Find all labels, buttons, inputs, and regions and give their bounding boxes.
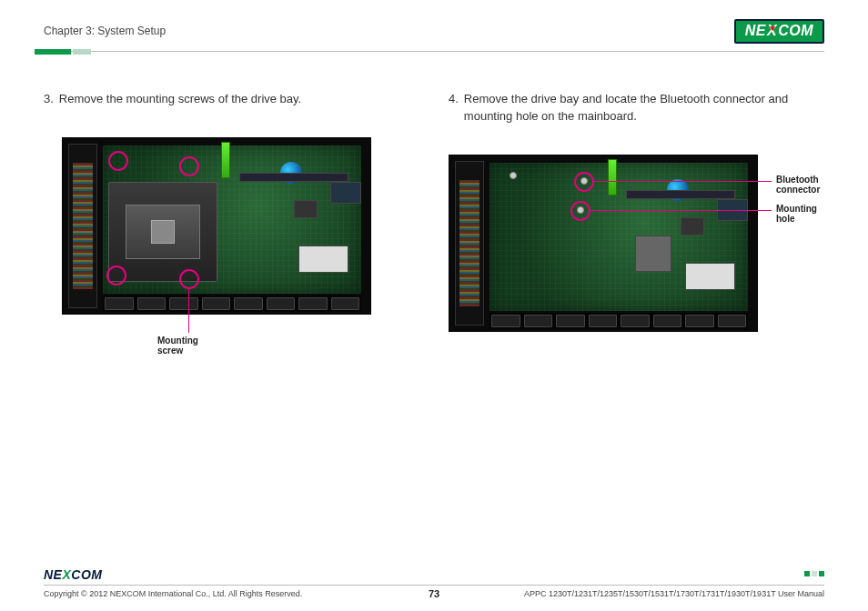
label-bluetooth-connector: Bluetooth connector [776,175,820,195]
board-photo-1 [62,137,371,315]
logo-text-com: COM [778,23,813,39]
board-photo-2 [449,155,758,332]
step-4-text: 4. Remove the drive bay and locate the B… [449,91,824,125]
figure-step-4: Bluetooth connector Mounting hole [449,155,824,332]
footer-corner-ornament [804,571,824,576]
nexcom-logo-small: NEXCOM [44,567,102,582]
page-footer: NEXCOM Copyright © 2012 NEXCOM Internati… [44,585,824,598]
footer-copyright: Copyright © 2012 NEXCOM International Co… [44,589,302,598]
footer-manual-id: APPC 1230T/1231T/1235T/1530T/1531T/1730T… [524,589,824,598]
step-4-number: 4. [449,91,459,125]
footer-page-number: 73 [429,588,439,599]
step-3-body: Remove the mounting screws of the drive … [59,91,419,108]
step-3-number: 3. [44,91,54,108]
header-divider [44,49,824,55]
step-3-text: 3. Remove the mounting screws of the dri… [44,91,419,108]
figure-step-3: Mounting screw [62,137,419,315]
logo-text-x: X [766,23,778,39]
label-mounting-screw: Mounting screw [157,336,198,356]
label-mounting-hole: Mounting hole [776,204,817,225]
logo-text-ne: NE [745,23,766,39]
step-4-body: Remove the drive bay and locate the Blue… [464,91,824,125]
nexcom-logo: NEXCOM [734,19,824,44]
chapter-title: Chapter 3: System Setup [44,25,166,37]
